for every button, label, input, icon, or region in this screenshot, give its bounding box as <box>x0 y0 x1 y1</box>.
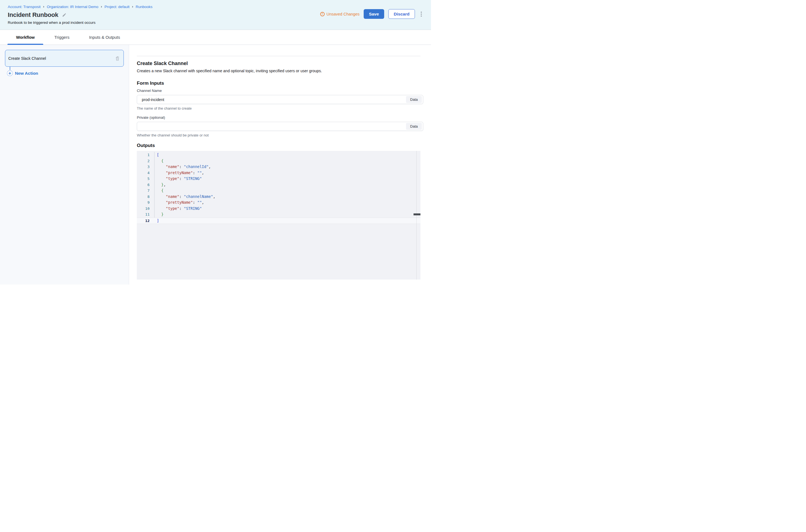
code-line[interactable]: 10 "type": "STRING" <box>137 206 420 212</box>
chevron-right-icon: › <box>101 4 102 8</box>
code-line-text: "type": "STRING" <box>154 176 202 182</box>
code-line[interactable]: 4 "prettyName": "", <box>137 170 420 176</box>
private-field-wrap: Data <box>137 122 423 131</box>
line-number: 10 <box>137 206 154 212</box>
chevron-right-icon: › <box>132 4 133 8</box>
breadcrumb-runbooks[interactable]: Runbooks <box>136 5 153 9</box>
code-editor[interactable]: 1[2 {3 "name": "channelId",4 "prettyName… <box>137 151 420 280</box>
channel-name-input[interactable] <box>137 95 423 104</box>
channel-name-helper: The name of the channel to create <box>137 106 423 111</box>
top-divider <box>137 56 420 56</box>
outputs-heading: Outputs <box>137 142 423 148</box>
action-description: Creates a new Slack channel with specifi… <box>137 69 423 73</box>
code-line[interactable]: 5 "type": "STRING" <box>137 176 420 182</box>
unsaved-changes-label: Unsaved Changes <box>327 12 360 16</box>
page-subtitle: Runbook to be triggered when a prod inci… <box>8 20 423 25</box>
code-line-text: }, <box>154 182 166 188</box>
line-number: 8 <box>137 194 154 200</box>
channel-name-field-wrap: Data <box>137 95 423 104</box>
tab-workflow[interactable]: Workflow <box>7 30 43 44</box>
code-line[interactable]: 7 { <box>137 188 420 194</box>
code-line[interactable]: 11 } <box>137 211 420 217</box>
code-line-text: "name": "channelName", <box>154 194 215 200</box>
action-title: Create Slack Channel <box>137 60 423 67</box>
header-actions: ! Unsaved Changes Save Discard <box>320 9 423 19</box>
code-line-text: "prettyName": "", <box>154 200 204 206</box>
line-number: 4 <box>137 170 154 176</box>
kebab-menu-icon[interactable] <box>419 11 423 18</box>
code-line[interactable]: 9 "prettyName": "", <box>137 200 420 206</box>
new-action-label: New Action <box>15 71 38 76</box>
code-line[interactable]: 6 }, <box>137 182 420 188</box>
code-line[interactable]: 8 "name": "channelName", <box>137 194 420 200</box>
tab-inputs-outputs[interactable]: Inputs & Outputs <box>80 30 129 44</box>
code-line-text: { <box>154 158 163 164</box>
discard-button[interactable]: Discard <box>388 9 415 19</box>
editor-scrollbar-thumb[interactable] <box>414 213 420 215</box>
breadcrumb-account[interactable]: Account: Transposit <box>8 5 41 9</box>
action-detail-panel: Create Slack Channel Creates a new Slack… <box>129 45 431 285</box>
tab-bar: Workflow Triggers Inputs & Outputs <box>0 30 431 45</box>
page-header: Account: Transposit › Organization: IR I… <box>0 0 431 30</box>
code-line-text: [ <box>154 152 159 158</box>
new-action-button[interactable]: + New Action <box>7 70 129 76</box>
code-line-text: } <box>154 211 163 217</box>
channel-name-data-button[interactable]: Data <box>406 96 422 103</box>
save-button[interactable]: Save <box>364 9 384 19</box>
breadcrumb-project[interactable]: Project: default <box>105 5 129 9</box>
content: Create Slack Channel + New Action <box>0 45 431 285</box>
code-line[interactable]: 3 "name": "channelId", <box>137 164 420 170</box>
line-number: 12 <box>137 218 154 224</box>
line-number: 7 <box>137 188 154 194</box>
code-line-text: "type": "STRING" <box>154 206 202 212</box>
unsaved-changes-badge: ! Unsaved Changes <box>320 12 360 16</box>
breadcrumb: Account: Transposit › Organization: IR I… <box>8 5 423 9</box>
plus-icon: + <box>7 70 13 76</box>
code-line-text: ] <box>154 218 159 224</box>
step-connector-line <box>10 67 10 70</box>
workflow-steps-panel: Create Slack Channel + New Action <box>0 45 129 285</box>
private-input[interactable] <box>137 122 423 131</box>
line-number: 2 <box>137 158 154 164</box>
code-line[interactable]: 1[ <box>137 152 420 158</box>
edit-pencil-icon[interactable] <box>62 13 67 17</box>
chevron-right-icon: › <box>43 4 44 8</box>
form-inputs-heading: Form Inputs <box>137 80 423 86</box>
trash-icon[interactable] <box>115 56 120 61</box>
breadcrumb-organization[interactable]: Organization: IR Internal Demo <box>47 5 98 9</box>
private-data-button[interactable]: Data <box>406 123 422 130</box>
line-number: 3 <box>137 164 154 170</box>
action-card-create-slack-channel[interactable]: Create Slack Channel <box>5 50 124 67</box>
private-label: Private (optional) <box>137 115 423 120</box>
code-line-text: "prettyName": "", <box>154 170 204 176</box>
line-number: 9 <box>137 200 154 206</box>
tab-triggers[interactable]: Triggers <box>46 30 78 44</box>
line-number: 6 <box>137 182 154 188</box>
private-helper: Whether the channel should be private or… <box>137 133 423 137</box>
action-card-label: Create Slack Channel <box>8 56 115 61</box>
code-line[interactable]: 12] <box>137 217 420 224</box>
code-line[interactable]: 2 { <box>137 158 420 164</box>
page-title: Incident Runbook <box>8 11 58 19</box>
line-number: 5 <box>137 176 154 182</box>
code-editor-rows: 1[2 {3 "name": "channelId",4 "prettyName… <box>137 152 420 224</box>
code-line-text: "name": "channelId", <box>154 164 211 170</box>
page: Account: Transposit › Organization: IR I… <box>0 0 431 285</box>
line-number: 11 <box>137 211 154 217</box>
channel-name-label: Channel Name <box>137 89 423 93</box>
line-number: 1 <box>137 152 154 158</box>
code-line-text: { <box>154 188 163 194</box>
warning-icon: ! <box>320 12 325 16</box>
